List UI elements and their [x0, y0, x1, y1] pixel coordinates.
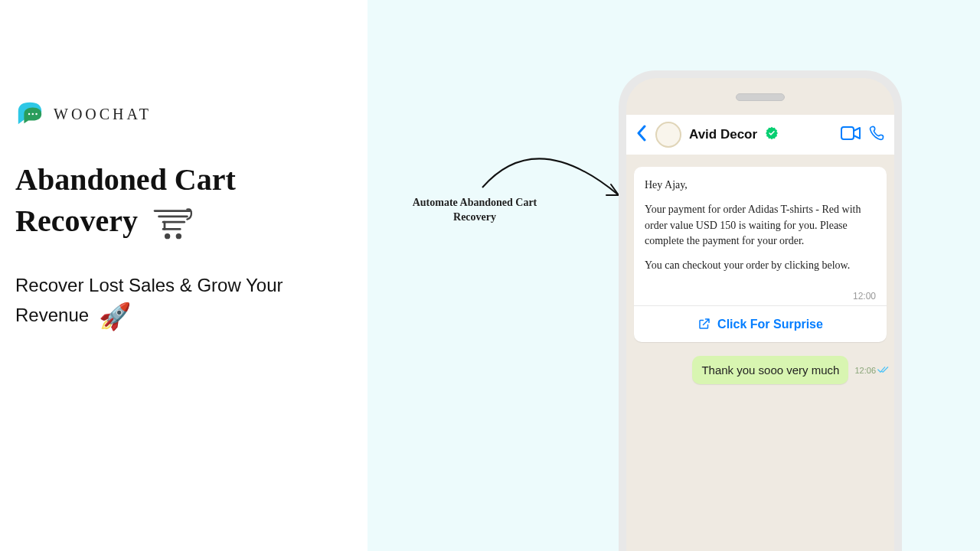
verified-badge-icon: [765, 126, 779, 143]
svg-point-2: [35, 113, 37, 115]
incoming-message: Hey Ajay, Your payment for order Adidas …: [634, 167, 887, 342]
rocket-icon: 🚀: [99, 302, 131, 331]
chat-bubble-icon: [15, 99, 44, 129]
heading-line1: Abandoned Cart: [15, 162, 236, 197]
outgoing-row: Thank you sooo very much 12:06: [634, 356, 887, 384]
arrow-icon: [475, 142, 628, 210]
cart-icon: [152, 207, 194, 242]
svg-point-8: [165, 233, 170, 239]
phone-mockup: Avid Decor Hey Ajay, Your payment for or…: [619, 70, 902, 551]
outgoing-message: Thank you sooo very much: [692, 356, 848, 384]
phone-screen: Avid Decor Hey Ajay, Your payment for or…: [626, 78, 894, 551]
svg-point-9: [176, 233, 181, 239]
svg-point-1: [32, 113, 34, 115]
brand-logo: WOOCHAT: [15, 99, 352, 129]
subtitle-text: Recover Lost Sales & Grow Your Revenue: [15, 275, 283, 325]
message-body-1: Your payment for order Adidas T-shirts -…: [645, 202, 876, 249]
message-action-button[interactable]: Click For Surprise: [634, 305, 887, 342]
reply-text: Thank you sooo very much: [701, 364, 839, 377]
contact-name[interactable]: Avid Decor: [689, 127, 757, 142]
message-time: 12:00: [645, 290, 876, 303]
svg-point-0: [28, 113, 30, 115]
chat-body: Hey Ajay, Your payment for order Adidas …: [626, 155, 894, 551]
brand-name: WOOCHAT: [54, 106, 152, 123]
reply-meta: 12:06: [854, 365, 890, 376]
heading-line2: Recovery: [15, 204, 138, 238]
external-link-icon: [697, 317, 711, 331]
phone-speaker: [736, 93, 785, 101]
contact-avatar[interactable]: [655, 122, 681, 148]
message-salutation: Hey Ajay,: [645, 178, 876, 193]
message-body-2: You can checkout your order by clicking …: [645, 258, 876, 273]
video-call-icon[interactable]: [841, 126, 861, 143]
action-label: Click For Surprise: [717, 315, 823, 333]
left-column: WOOCHAT Abandoned Cart Recovery Recover …: [15, 99, 352, 334]
reply-time: 12:06: [854, 366, 876, 375]
subtitle: Recover Lost Sales & Grow Your Revenue 🚀: [15, 272, 352, 334]
phone-call-icon[interactable]: [868, 125, 885, 145]
page-heading: Abandoned Cart Recovery: [15, 159, 352, 242]
read-receipt-icon: [877, 365, 890, 376]
chat-header: Avid Decor: [626, 115, 894, 155]
back-icon[interactable]: [635, 125, 648, 145]
svg-rect-10: [841, 127, 854, 139]
